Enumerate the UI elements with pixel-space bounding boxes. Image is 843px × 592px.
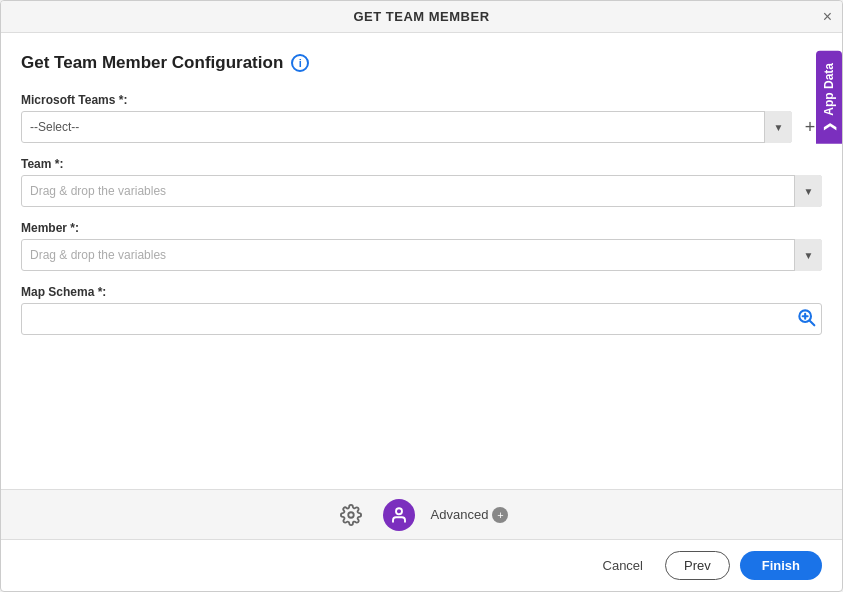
team-dropdown-arrow[interactable]: ▼ <box>794 175 822 207</box>
team-field: Team *: Drag & drop the variables ▼ <box>21 157 822 207</box>
info-icon[interactable]: i <box>291 54 309 72</box>
gear-icon[interactable] <box>335 499 367 531</box>
member-dropdown-arrow[interactable]: ▼ <box>794 239 822 271</box>
user-icon[interactable] <box>383 499 415 531</box>
config-title-row: Get Team Member Configuration i <box>21 53 822 73</box>
team-select[interactable]: Drag & drop the variables <box>21 175 822 207</box>
microsoft-teams-dropdown-arrow[interactable]: ▼ <box>764 111 792 143</box>
cancel-button[interactable]: Cancel <box>591 552 655 579</box>
footer-toolbar: Advanced + <box>1 489 842 539</box>
prev-button[interactable]: Prev <box>665 551 730 580</box>
map-schema-wrapper <box>21 303 822 335</box>
main-content: Get Team Member Configuration i Microsof… <box>1 33 842 489</box>
microsoft-teams-select[interactable]: --Select-- <box>21 111 792 143</box>
app-data-chevron: ❯ <box>822 122 836 132</box>
member-select[interactable]: Drag & drop the variables <box>21 239 822 271</box>
close-button[interactable]: × <box>823 9 832 25</box>
map-schema-label: Map Schema *: <box>21 285 822 299</box>
microsoft-teams-select-wrapper: --Select-- ▼ + <box>21 111 822 143</box>
svg-point-5 <box>396 508 402 514</box>
microsoft-teams-dropdown-container: --Select-- ▼ <box>21 111 792 143</box>
microsoft-teams-label: Microsoft Teams *: <box>21 93 822 107</box>
map-schema-field: Map Schema *: <box>21 285 822 335</box>
svg-point-4 <box>348 512 354 518</box>
member-label: Member *: <box>21 221 822 235</box>
team-dropdown-container: Drag & drop the variables ▼ <box>21 175 822 207</box>
member-field: Member *: Drag & drop the variables ▼ <box>21 221 822 271</box>
team-label: Team *: <box>21 157 822 171</box>
map-schema-input[interactable] <box>21 303 822 335</box>
app-data-label: App Data <box>822 63 836 116</box>
advanced-label: Advanced <box>431 507 489 522</box>
member-dropdown-container: Drag & drop the variables ▼ <box>21 239 822 271</box>
modal: GET TEAM MEMBER × ❯ App Data Get Team Me… <box>0 0 843 592</box>
microsoft-teams-field: Microsoft Teams *: --Select-- ▼ + <box>21 93 822 143</box>
config-title-text: Get Team Member Configuration <box>21 53 283 73</box>
modal-title: GET TEAM MEMBER <box>353 9 489 24</box>
app-data-tab[interactable]: ❯ App Data <box>816 51 842 144</box>
title-bar: GET TEAM MEMBER × <box>1 1 842 33</box>
map-schema-search-icon[interactable] <box>796 307 816 331</box>
svg-line-1 <box>810 321 815 326</box>
advanced-plus-icon: + <box>492 507 508 523</box>
finish-button[interactable]: Finish <box>740 551 822 580</box>
advanced-button[interactable]: Advanced + <box>431 507 509 523</box>
modal-wrapper: GET TEAM MEMBER × ❯ App Data Get Team Me… <box>0 0 843 592</box>
footer-actions: Cancel Prev Finish <box>1 539 842 591</box>
